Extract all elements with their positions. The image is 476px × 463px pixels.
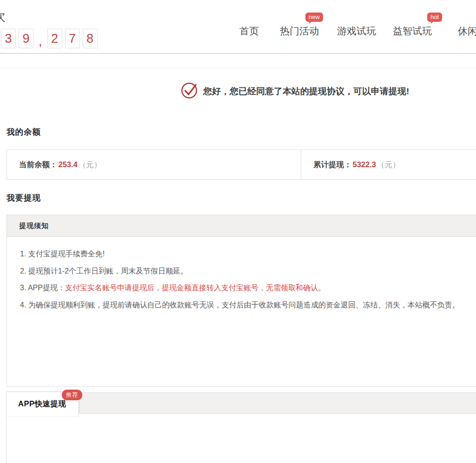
- counter-comma: ,: [39, 34, 42, 48]
- total-withdrawn-cell: 累计提现： 5322.3 （元）: [301, 150, 476, 179]
- nav-item-leisure[interactable]: 休闲: [458, 25, 476, 38]
- counter-digit-box: 7: [65, 29, 80, 48]
- total-withdrawn-unit: （元）: [377, 160, 400, 170]
- current-balance-value: 253.4: [59, 160, 78, 169]
- notice-item-text: 1. 支付宝提现手续费全免!: [20, 250, 105, 258]
- notice-item-text: 2. 提现预计1-2个工作日到账，周末及节假日顺延。: [20, 267, 188, 275]
- counter-digit-box: 2: [47, 29, 62, 48]
- current-balance-unit: （元）: [79, 160, 102, 170]
- counter-digit-box: 8: [83, 29, 98, 48]
- current-balance-cell: 当前余额： 253.4 （元）: [7, 150, 301, 179]
- withdrawal-counter: 3 9 , 2 7 8: [1, 29, 98, 48]
- counter-digit-box: 3: [1, 29, 16, 48]
- balance-table: 当前余额： 253.4 （元） 累计提现： 5322.3 （元）: [7, 150, 476, 180]
- notice-item: 1. 支付宝提现手续费全免!: [20, 246, 476, 263]
- total-withdrawn-value: 5322.3: [353, 160, 376, 169]
- withdraw-notice-box: 提现须知 1. 支付宝提现手续费全免! 2. 提现预计1-2个工作日到账，周末及…: [7, 215, 476, 387]
- nav-item-hot-activities[interactable]: 热门活动: [280, 25, 319, 38]
- notice-item: 2. 提现预计1-2个工作日到账，周末及节假日顺延。: [20, 263, 476, 280]
- header-sub-divider: [0, 68, 476, 68]
- current-balance-label: 当前余额：: [19, 160, 58, 170]
- nav-item-puzzle-trial[interactable]: 益智试玩: [393, 25, 432, 38]
- recommend-badge: 推荐: [62, 390, 82, 400]
- notice-box-header: 提现须知: [7, 215, 476, 237]
- header-divider: [0, 53, 476, 54]
- tab-panel: [6, 417, 476, 463]
- balance-section-title: 我的余额: [7, 126, 41, 137]
- tab-bar: [79, 392, 476, 414]
- withdraw-section-title: 我要提现: [7, 192, 41, 203]
- withdraw-page: 次 3 9 , 2 7 8 首页 热门活动 new 游戏试玩 益智试玩 hot …: [0, 0, 476, 463]
- notice-item-text: 4. 为确保提现顺利到账，提现前请确认自己的收款账号无误，支付后由于收款账号问题…: [20, 301, 460, 309]
- hot-badge: hot: [427, 13, 442, 22]
- agreement-message: 您好，您已经同意了本站的提现协议，可以申请提现!: [203, 85, 409, 98]
- notice-item: 3. APP提现：支付宝实名账号申请提现后，提现金额直接转入支付宝账号，无需领取…: [20, 280, 476, 297]
- notice-item: 4. 为确保提现顺利到账，提现前请确认自己的收款账号无误，支付后由于收款账号问题…: [20, 297, 476, 314]
- counter-digit-box: 9: [19, 29, 33, 48]
- notice-item-text: 3. APP提现：: [20, 284, 65, 292]
- notice-item-red-text: 支付宝实名账号申请提现后，提现金额直接转入支付宝账号，无需领取和确认。: [65, 284, 325, 292]
- check-circle-icon: [180, 82, 198, 99]
- nav-item-home[interactable]: 首页: [239, 25, 259, 38]
- new-badge: new: [305, 13, 323, 22]
- counter-prefix-char: 次: [0, 8, 6, 25]
- nav-item-game-trial[interactable]: 游戏试玩: [337, 25, 376, 38]
- notice-list: 1. 支付宝提现手续费全免! 2. 提现预计1-2个工作日到账，周末及节假日顺延…: [7, 237, 476, 313]
- total-withdrawn-label: 累计提现：: [313, 160, 352, 170]
